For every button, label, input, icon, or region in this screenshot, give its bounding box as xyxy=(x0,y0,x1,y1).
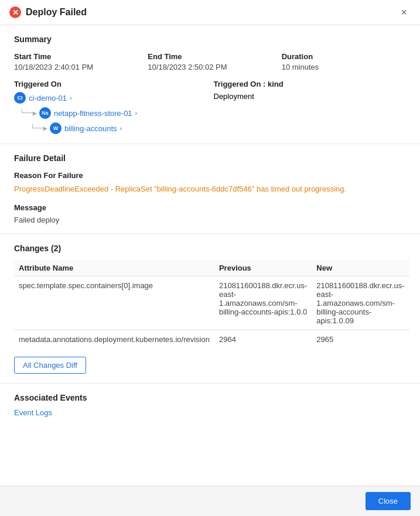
duration-value: 10 minutes xyxy=(282,63,319,71)
netapp-chevron-icon: › xyxy=(135,110,138,117)
triggered-on-label: Triggered On xyxy=(14,80,207,88)
triggered-tree: CI ci-demo-01 › └──▶ Ns netapp-fitness-s xyxy=(14,92,207,134)
info-grid: Start Time 10/18/2023 2:40:01 PM End Tim… xyxy=(14,52,406,71)
triggered-kind-value: Deployment xyxy=(214,92,254,101)
netapp-link[interactable]: netapp-fitness-store-01 › xyxy=(54,109,137,118)
start-time-item: Start Time 10/18/2023 2:40:01 PM xyxy=(14,52,138,71)
duration-item: Duration 10 minutes xyxy=(282,52,406,71)
failure-title: Failure Detail xyxy=(14,153,406,163)
ci-demo-row: CI ci-demo-01 › xyxy=(14,92,207,104)
failure-section: Failure Detail Reason For Failure Progre… xyxy=(0,144,420,234)
error-icon: ✕ xyxy=(9,6,21,18)
netapp-label: netapp-fitness-store-01 xyxy=(54,109,132,118)
new-cell: 210811600188.dkr.ecr.us-east-1.amazonaws… xyxy=(312,276,409,330)
reason-label: Reason For Failure xyxy=(14,171,406,180)
modal-footer: Close xyxy=(0,486,420,516)
changes-table: Attribute Name Previous New spec.templat… xyxy=(14,260,409,348)
close-action-button[interactable]: Close xyxy=(366,492,411,510)
ci-chevron-icon: › xyxy=(70,94,72,101)
table-row: spec.template.spec.containers[0].image 2… xyxy=(14,276,409,330)
message-subsection: Message Failed deploy xyxy=(14,203,406,224)
previous-cell: 2964 xyxy=(214,330,312,348)
modal-header: ✕ Deploy Failed × xyxy=(0,0,420,25)
ci-badge-icon: CI xyxy=(14,92,26,104)
changes-section: Changes (2) Attribute Name Previous New … xyxy=(0,234,420,384)
changes-header-row: Attribute Name Previous New xyxy=(14,260,409,276)
billing-label: billing-accounts xyxy=(64,124,117,133)
reason-text: ProgressDeadlineExceeded - ReplicaSet "b… xyxy=(14,183,406,195)
changes-title: Changes (2) xyxy=(14,244,406,253)
billing-chevron-icon: › xyxy=(120,125,122,132)
duration-label: Duration xyxy=(282,52,406,61)
start-time-label: Start Time xyxy=(14,52,138,61)
associated-title: Associated Events xyxy=(14,393,406,402)
attr-cell: metadata.annotations.deployment.kubernet… xyxy=(14,330,214,348)
event-logs-link[interactable]: Event Logs xyxy=(14,408,52,417)
start-time-value: 10/18/2023 2:40:01 PM xyxy=(14,63,93,71)
col-previous: Previous xyxy=(214,260,312,276)
message-label: Message xyxy=(14,203,406,212)
tree-line-2: └──▶ xyxy=(30,124,47,132)
associated-section: Associated Events Event Logs xyxy=(0,384,420,426)
all-changes-button[interactable]: All Changes Diff xyxy=(14,357,86,374)
billing-link[interactable]: billing-accounts › xyxy=(64,124,122,133)
reason-subsection: Reason For Failure ProgressDeadlineExcee… xyxy=(14,171,406,195)
ns-badge-icon: Ns xyxy=(39,107,51,119)
tree-line-1: └──▶ xyxy=(20,109,37,117)
col-new: New xyxy=(312,260,409,276)
summary-title: Summary xyxy=(14,35,406,44)
message-text: Failed deploy xyxy=(14,216,406,224)
end-time-value: 10/18/2023 2:50:02 PM xyxy=(148,63,227,71)
title-row: ✕ Deploy Failed xyxy=(9,6,87,18)
col-attribute: Attribute Name xyxy=(14,260,214,276)
triggered-kind-item: Triggered On : kind Deployment xyxy=(214,80,407,134)
changes-thead: Attribute Name Previous New xyxy=(14,260,409,276)
billing-row: └──▶ W billing-accounts › xyxy=(30,122,207,134)
new-cell: 2965 xyxy=(312,330,409,348)
summary-section: Summary Start Time 10/18/2023 2:40:01 PM… xyxy=(0,25,420,144)
w-badge-icon: W xyxy=(50,122,62,134)
ci-demo-link[interactable]: ci-demo-01 › xyxy=(29,94,72,102)
close-header-button[interactable]: × xyxy=(397,6,411,19)
previous-cell: 210811600188.dkr.ecr.us-east-1.amazonaws… xyxy=(214,276,312,330)
modal-body: Summary Start Time 10/18/2023 2:40:01 PM… xyxy=(0,25,420,486)
triggered-on-item: Triggered On CI ci-demo-01 › └──▶ xyxy=(14,80,207,134)
table-row: metadata.annotations.deployment.kubernet… xyxy=(14,330,409,348)
end-time-item: End Time 10/18/2023 2:50:02 PM xyxy=(148,52,272,71)
modal-container: ✕ Deploy Failed × Summary Start Time 10/… xyxy=(0,0,420,516)
modal-title: Deploy Failed xyxy=(26,7,87,18)
attr-cell: spec.template.spec.containers[0].image xyxy=(14,276,214,330)
netapp-row: └──▶ Ns netapp-fitness-store-01 › xyxy=(20,107,207,119)
end-time-label: End Time xyxy=(148,52,272,61)
triggered-kind-label: Triggered On : kind xyxy=(214,80,407,88)
ci-demo-label: ci-demo-01 xyxy=(29,94,67,102)
triggered-row: Triggered On CI ci-demo-01 › └──▶ xyxy=(14,80,406,134)
changes-tbody: spec.template.spec.containers[0].image 2… xyxy=(14,276,409,348)
